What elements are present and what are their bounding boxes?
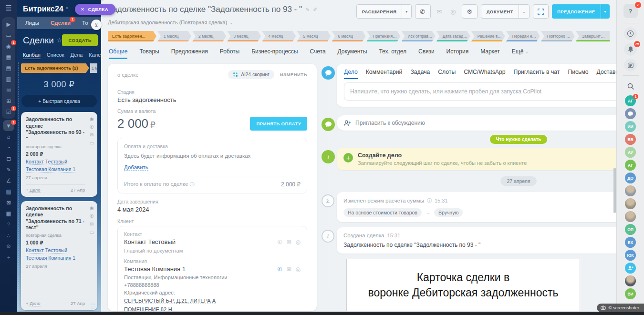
invite-user-button[interactable] <box>625 263 636 274</box>
pipeline-stage[interactable]: Иск отправлен <box>402 31 436 41</box>
ai-scoring-button[interactable]: AI24-скоринг <box>228 70 274 79</box>
info-icon[interactable]: ⓘ <box>427 197 432 204</box>
chat-icon[interactable]: ◉1 <box>3 41 14 51</box>
avatar[interactable]: ОП <box>625 224 636 235</box>
phone-icon[interactable]: ✆ <box>277 266 282 273</box>
stage-header-label[interactable]: Есть задолженность (2) <box>21 63 89 73</box>
close-icon[interactable]: ✕ <box>81 7 85 12</box>
deal-card-company-link[interactable]: Тестовая Компания 1 <box>26 255 75 261</box>
favorite-star-icon[interactable]: ☆ <box>57 37 62 44</box>
chat-button[interactable]: ◎ <box>448 8 458 15</box>
deal-card[interactable]: Задолженность по сделке "Задолженность п… <box>21 201 97 311</box>
add-todo-button[interactable]: + <box>343 153 353 163</box>
tab-delivery[interactable]: Доставка <box>597 69 616 79</box>
messenger-icon[interactable]: ◎ <box>296 266 301 273</box>
live-icon[interactable]: ▶ <box>3 19 14 30</box>
tab-general[interactable]: Общие <box>109 48 127 59</box>
tab-invoices[interactable]: Счета <box>310 48 326 59</box>
tab-more[interactable]: Ещё ⌄ <box>512 48 529 59</box>
pipeline-stage[interactable]: 4 месяц <box>262 31 296 41</box>
avatar[interactable]: АУ <box>625 147 636 158</box>
apps-icon[interactable]: ▩ <box>3 208 14 219</box>
pipeline-stage[interactable]: Завершить сд... <box>576 31 610 41</box>
company-address-line[interactable]: ПОМЕЩЕНИЕ 82-Н <box>124 306 172 311</box>
settings-button[interactable]: ⚙ <box>462 4 478 19</box>
documents-icon[interactable]: ▤ <box>3 62 14 73</box>
tab-third[interactable]: То <box>82 20 88 26</box>
mail-icon[interactable]: ✉ <box>286 266 291 273</box>
edit-link[interactable]: ИЗМЕНИТЬ <box>280 72 307 77</box>
contact-name[interactable]: Контакт Тестовый <box>124 238 176 245</box>
avatar-photo[interactable] <box>625 211 636 222</box>
tab-invite-chat[interactable]: Пригласить в чат <box>513 69 560 79</box>
tab-task[interactable]: Задача <box>410 69 430 79</box>
tab-links[interactable]: Связи <box>418 48 435 59</box>
avatar-photo[interactable] <box>625 185 636 196</box>
create-deal-button[interactable]: СОЗДАТЬ <box>62 34 98 46</box>
tab-sms-whatsapp[interactable]: СМС/WhatsApp <box>464 69 505 79</box>
robot-toggle-icon[interactable]: ◉ <box>90 116 94 122</box>
deal-card-company-link[interactable]: Тестовая Компания 1 <box>26 166 75 173</box>
deal-amount[interactable]: 2 000₽ <box>117 116 156 131</box>
pipeline-stage[interactable]: Передан на ис... <box>506 31 540 41</box>
deal-card-contact-link[interactable]: Контакт Тестовый <box>26 159 67 165</box>
mail-icon[interactable]: ✉ <box>90 132 94 138</box>
tab-deals[interactable]: Сделки1 <box>51 20 71 26</box>
help-button[interactable]: ?7 <box>623 4 638 18</box>
tab-mail[interactable]: Письмо <box>568 69 588 79</box>
pipeline-stage[interactable]: 2 месяц <box>192 31 226 41</box>
avatar[interactable]: ВБ <box>625 134 636 145</box>
tab-bizproc[interactable]: Бизнес-процессы <box>251 48 298 59</box>
printer-icon[interactable] <box>89 303 97 309</box>
company-phone[interactable]: +78888888888 <box>124 282 301 288</box>
invite-discussion-button[interactable]: Пригласить к обсуждению <box>337 115 616 131</box>
avatar[interactable]: АГ <box>625 160 636 171</box>
accept-payment-button[interactable]: ПРИНЯТЬ ОПЛАТУ <box>250 117 307 131</box>
event-sum-mode-changed[interactable]: Изменён режим расчёта суммы ⓘ 15:31 На о… <box>337 192 616 222</box>
company-address-line[interactable]: СЕРЕБРИСТЫЙ Б-Р, Д.21, ЛИТЕРА А <box>124 298 216 304</box>
what-to-do-pill[interactable]: Что нужно сделать <box>490 135 548 144</box>
phone-icon[interactable]: ✆ <box>277 239 282 245</box>
menu-burger-icon[interactable]: ☰ <box>5 4 11 12</box>
avatar[interactable]: АГ1 <box>625 95 636 106</box>
avatar[interactable]: ИИ <box>625 121 636 132</box>
avatar[interactable]: ДО <box>625 173 636 183</box>
avatar-photo[interactable] <box>625 275 636 286</box>
event-deal-created[interactable]: Создана сделка 15:31 Задолженность по сд… <box>337 227 616 254</box>
document-button[interactable]: ДОКУМЕНТ ⌄ <box>481 4 530 19</box>
mail-button[interactable]: ✉ <box>434 8 445 15</box>
analytics-icon[interactable]: ∠ <box>3 175 14 186</box>
pipeline-stage[interactable]: Дата заседани... <box>436 31 470 41</box>
close-date-value[interactable]: 4 мая 2024 <box>117 206 307 213</box>
chat-icon[interactable]: ▭ <box>90 141 94 146</box>
bell-icon[interactable]: 75 <box>624 43 637 56</box>
help-icon[interactable]: ? <box>3 219 14 230</box>
stage-value[interactable]: Есть задолженность <box>117 96 307 103</box>
copy-link-icon[interactable]: ✐ <box>313 7 317 13</box>
fullscreen-button[interactable] <box>533 4 549 19</box>
phone-icon[interactable]: ✆ <box>90 124 94 130</box>
market-icon[interactable]: ⌂ <box>3 131 14 142</box>
pipeline-stage[interactable]: Претензия отп... <box>366 31 400 41</box>
avatar[interactable]: ЕХ <box>625 237 636 248</box>
tab-documents[interactable]: Документы <box>338 48 367 59</box>
add-icon[interactable]: + <box>3 252 14 263</box>
pipeline-stage[interactable]: 1 месяц <box>157 31 191 41</box>
pipeline-stage[interactable]: 6 месяц <box>332 31 365 41</box>
mail-icon[interactable]: ✉ <box>3 84 14 95</box>
copilot-input[interactable] <box>344 82 616 101</box>
pipeline-stage[interactable]: Решение выне... <box>471 31 505 41</box>
messenger-icon[interactable]: ▭ <box>3 30 14 41</box>
avatar[interactable]: ЮК <box>625 250 636 261</box>
tasks-icon[interactable]: ☑1 <box>3 106 14 117</box>
extensions-caret-icon[interactable]: ▾ <box>402 5 411 18</box>
add-payment-link[interactable]: Добавить <box>124 164 148 171</box>
drive-icon[interactable]: ▥ <box>3 73 14 84</box>
tab-products[interactable]: Товары <box>139 48 159 59</box>
phone-icon[interactable]: ✆ <box>90 213 94 219</box>
company-name[interactable]: Тестовая Компания 1 <box>124 265 186 273</box>
shop-icon[interactable]: ⊟ <box>3 153 14 164</box>
deal-slider-pill[interactable]: ✕ СДЕЛКА <box>75 4 115 15</box>
offer-button[interactable]: ПРЕДЛОЖЕНИЕ ▾ <box>552 4 610 19</box>
chat-icon[interactable]: ▭ <box>90 230 94 235</box>
